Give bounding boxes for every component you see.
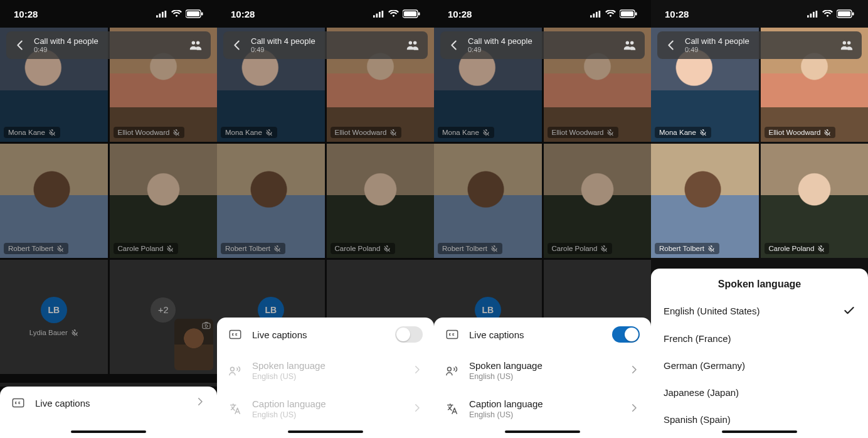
back-button[interactable] xyxy=(13,38,28,53)
option-label: English (United States) xyxy=(664,306,760,316)
participants-button[interactable] xyxy=(621,36,638,54)
chevron-right-icon xyxy=(411,402,423,416)
row-value: English (US) xyxy=(469,372,618,381)
wifi-icon xyxy=(171,10,182,18)
check-icon xyxy=(843,304,855,317)
screen-1: Mona Kane Elliot Woodward Robert Tolbert… xyxy=(0,0,217,438)
language-option[interactable]: Japanese (Japan) xyxy=(651,379,868,406)
row-label: Live captions xyxy=(469,329,602,340)
wifi-icon xyxy=(605,10,616,18)
battery-icon xyxy=(837,9,854,18)
row-label: Spoken language xyxy=(469,360,618,371)
option-label: Japanese (Japan) xyxy=(664,387,739,398)
back-button[interactable] xyxy=(447,38,462,53)
language-option[interactable]: French (France) xyxy=(651,325,868,352)
row-label: Live captions xyxy=(35,398,184,409)
language-option[interactable]: Spanish (Spain) xyxy=(651,406,868,433)
option-label: French (France) xyxy=(664,333,731,344)
mic-off-icon xyxy=(707,245,715,252)
home-indicator xyxy=(505,430,580,434)
row-value: English (US) xyxy=(252,410,401,419)
participants-grid: Mona Kane Elliot Woodward Robert Tolbert… xyxy=(651,28,868,258)
live-captions-row[interactable]: Live captions xyxy=(0,387,217,419)
spoken-language-row[interactable]: Spoken language English (US) xyxy=(434,351,651,390)
mic-off-icon xyxy=(817,245,825,252)
status-time: 10:28 xyxy=(231,9,255,19)
option-label: Spanish (Spain) xyxy=(664,414,731,425)
home-indicator xyxy=(71,430,146,434)
screen-4: Mona Kane Elliot Woodward Robert Tolbert… xyxy=(651,0,868,438)
live-captions-toggle-row: Live captions xyxy=(217,318,434,351)
mic-off-icon xyxy=(699,129,707,136)
captions-settings-sheet: Live captions Spoken language English (U… xyxy=(217,318,434,438)
row-label: Caption language xyxy=(252,398,401,409)
battery-icon xyxy=(403,9,420,18)
participants-button[interactable] xyxy=(404,36,421,54)
call-header: Call with 4 people 0:49 xyxy=(6,31,211,59)
signal-icon xyxy=(373,11,384,18)
speak-icon xyxy=(228,364,242,378)
battery-icon xyxy=(186,9,203,18)
caption-language-row[interactable]: Caption language English (US) xyxy=(434,390,651,428)
row-value: English (US) xyxy=(252,372,401,381)
row-label: Spoken language xyxy=(252,360,401,371)
battery-icon xyxy=(620,9,637,18)
captions-entry-sheet: Live captions xyxy=(0,387,217,438)
live-captions-toggle[interactable] xyxy=(395,326,423,343)
status-time: 10:28 xyxy=(665,9,689,19)
cc-icon xyxy=(11,396,25,410)
signal-icon xyxy=(807,11,818,18)
spoken-language-row: Spoken language English (US) xyxy=(217,351,434,390)
option-label: German (Germany) xyxy=(664,360,745,371)
wifi-icon xyxy=(822,10,833,18)
status-bar: 10:28 xyxy=(0,0,217,28)
screen-2: Mona Kane Elliot Woodward Robert Tolbert… xyxy=(217,0,434,438)
status-bar: 10:28 xyxy=(217,0,434,28)
translate-icon xyxy=(445,402,459,416)
caption-language-row: Caption language English (US) xyxy=(217,390,434,428)
language-option[interactable]: English (United States) xyxy=(651,296,868,325)
screen-3: Mona Kane Elliot Woodward Robert Tolbert… xyxy=(434,0,651,438)
home-indicator xyxy=(722,430,797,434)
captions-settings-sheet: Live captions Spoken language English (U… xyxy=(434,318,651,438)
call-title: Call with 4 people xyxy=(34,37,181,46)
spoken-language-sheet: Spoken language English (United States)F… xyxy=(651,269,868,438)
signal-icon xyxy=(590,11,601,18)
mic-off-icon xyxy=(823,129,831,136)
translate-icon xyxy=(228,402,242,416)
participants-button[interactable] xyxy=(838,36,855,54)
status-bar: 10:28 xyxy=(651,0,868,28)
speak-icon xyxy=(445,364,459,378)
language-option[interactable]: German (Germany) xyxy=(651,352,868,379)
sheet-title: Spoken language xyxy=(651,269,868,296)
chevron-right-icon xyxy=(411,364,423,378)
chevron-right-icon xyxy=(628,402,640,416)
back-button[interactable] xyxy=(664,38,679,53)
cc-icon xyxy=(445,328,459,341)
row-label: Live captions xyxy=(252,329,385,340)
wifi-icon xyxy=(388,10,399,18)
status-time: 10:28 xyxy=(448,9,472,19)
home-indicator xyxy=(288,430,363,434)
back-button[interactable] xyxy=(230,38,245,53)
call-duration: 0:49 xyxy=(34,46,181,53)
status-bar: 10:28 xyxy=(434,0,651,28)
live-captions-toggle-row: Live captions xyxy=(434,318,651,351)
chevron-right-icon xyxy=(628,364,640,378)
row-label: Caption language xyxy=(469,398,618,409)
row-value: English (US) xyxy=(469,410,618,419)
signal-icon xyxy=(156,11,167,18)
participants-button[interactable] xyxy=(187,36,204,54)
chevron-right-icon xyxy=(194,396,206,410)
cc-icon xyxy=(228,328,242,341)
status-time: 10:28 xyxy=(14,9,38,19)
live-captions-toggle[interactable] xyxy=(612,326,640,343)
